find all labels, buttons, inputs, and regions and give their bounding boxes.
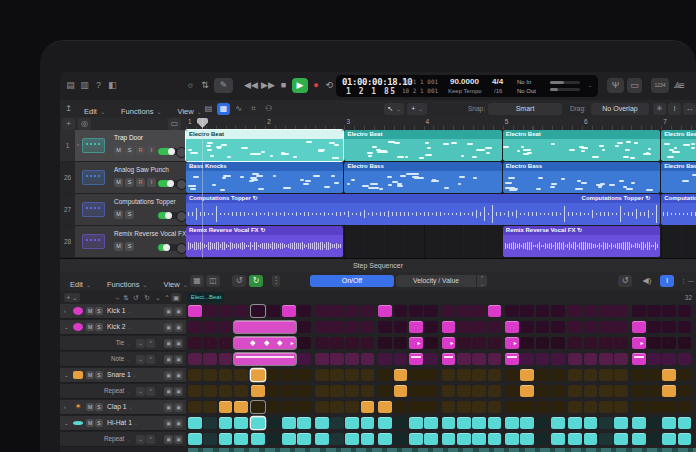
step-cell[interactable]: [614, 417, 628, 429]
inspector-icon[interactable]: ◧: [106, 79, 119, 92]
step-cell[interactable]: [442, 417, 456, 429]
step-cell[interactable]: ›: [361, 337, 375, 349]
step-cell[interactable]: [647, 385, 661, 397]
step-cell[interactable]: [330, 433, 344, 445]
step-cell[interactable]: [536, 385, 550, 397]
step-cell[interactable]: [488, 401, 502, 413]
step-cell[interactable]: [647, 369, 661, 381]
step-cell[interactable]: [203, 321, 217, 333]
step-cell[interactable]: [568, 321, 582, 333]
step-cell[interactable]: [647, 353, 661, 365]
step-cell[interactable]: [472, 321, 486, 333]
step-cell[interactable]: [394, 353, 408, 365]
subrow-name[interactable]: Tie⌵: [78, 339, 130, 347]
step-cell[interactable]: ›: [315, 337, 329, 349]
step-cell[interactable]: [472, 385, 486, 397]
step-cell[interactable]: ›: [647, 337, 661, 349]
track-s-button[interactable]: S: [125, 146, 134, 155]
step-cell[interactable]: [614, 385, 628, 397]
step-cell[interactable]: [599, 353, 613, 365]
step-cell[interactable]: [251, 433, 265, 445]
automation-icon[interactable]: ∿: [232, 103, 245, 115]
step-cell[interactable]: [424, 417, 438, 429]
step-row-header[interactable]: ⌄MSSnare 1⌵▣▣: [60, 368, 186, 383]
rotate-right-icon[interactable]: ↻: [142, 293, 152, 302]
step-cell[interactable]: [203, 417, 217, 429]
step-cell[interactable]: [488, 305, 502, 317]
step-cell[interactable]: [282, 369, 296, 381]
step-cell[interactable]: [297, 433, 311, 445]
lcd-chevron-icon[interactable]: ⌄: [588, 82, 592, 88]
step-cell[interactable]: [267, 305, 281, 317]
step-cell[interactable]: [599, 401, 613, 413]
step-cell[interactable]: [315, 417, 329, 429]
step-cell[interactable]: [614, 353, 628, 365]
step-cell[interactable]: ›: [297, 337, 311, 349]
row-option-a-icon[interactable]: ▣: [164, 419, 173, 428]
step-cell[interactable]: [234, 433, 248, 445]
step-cell[interactable]: [424, 353, 438, 365]
row-option-a-icon[interactable]: ▣: [164, 403, 173, 412]
step-cell[interactable]: [267, 417, 281, 429]
subrow-increment[interactable]: ⌃: [146, 339, 155, 348]
step-cell[interactable]: [330, 353, 344, 365]
step-cell[interactable]: [203, 305, 217, 317]
step-cell[interactable]: [520, 369, 534, 381]
region[interactable]: Electro Beat: [661, 130, 696, 161]
step-cell[interactable]: [551, 305, 565, 317]
step-cell[interactable]: [219, 321, 233, 333]
row-mute-button[interactable]: M: [86, 419, 94, 427]
step-cell[interactable]: [457, 433, 471, 445]
step-cell[interactable]: [536, 369, 550, 381]
step-cell[interactable]: ›: [378, 337, 392, 349]
step-cell[interactable]: [457, 321, 471, 333]
row-solo-button[interactable]: S: [95, 371, 103, 379]
step-cell[interactable]: [457, 385, 471, 397]
disclosure-icon[interactable]: ›: [64, 404, 66, 410]
step-cell[interactable]: [345, 305, 359, 317]
step-cell[interactable]: ›: [188, 337, 202, 349]
row-option-a-icon[interactable]: ▣: [164, 387, 173, 396]
pencil-tool-button[interactable]: +⌄: [407, 103, 427, 115]
row-mute-button[interactable]: M: [86, 403, 94, 411]
row-option-b-icon[interactable]: ▣: [174, 339, 183, 348]
step-cell[interactable]: [599, 369, 613, 381]
step-subrow-header[interactable]: Tie⌵⌄⌃▣▣: [60, 336, 186, 351]
step-cell[interactable]: [584, 417, 598, 429]
zoom-h-icon[interactable]: ↔: [683, 103, 696, 115]
step-cell[interactable]: [678, 369, 692, 381]
browsers-icon[interactable]: ▥: [78, 79, 91, 92]
more-icon[interactable]: ⋮: [272, 275, 280, 287]
step-cell[interactable]: [632, 433, 646, 445]
step-cell[interactable]: [394, 401, 408, 413]
step-cell[interactable]: [662, 433, 676, 445]
step-cell[interactable]: [551, 369, 565, 381]
step-subrow-header[interactable]: Note⌵⌄⌃▣▣: [60, 352, 186, 367]
subrow-name[interactable]: Repeat⌵: [78, 387, 130, 395]
step-cell[interactable]: [378, 417, 392, 429]
step-cell[interactable]: [647, 321, 661, 333]
view-toggle-a-icon[interactable]: ▣: [171, 293, 181, 302]
step-cell[interactable]: [647, 417, 661, 429]
step-cell[interactable]: [584, 321, 598, 333]
step-cell[interactable]: [457, 369, 471, 381]
step-cell[interactable]: [282, 385, 296, 397]
step-cell[interactable]: [424, 433, 438, 445]
volume-slider[interactable]: [158, 212, 178, 219]
step-cell[interactable]: [424, 385, 438, 397]
edit-mode-select[interactable]: Velocity / Value: [396, 275, 476, 287]
region[interactable]: Electro Bass: [344, 162, 501, 193]
step-cell[interactable]: [345, 401, 359, 413]
subrow-name[interactable]: Note⌵: [78, 355, 130, 363]
step-cell[interactable]: [614, 401, 628, 413]
step-cell[interactable]: [505, 305, 519, 317]
step-cell[interactable]: [505, 353, 519, 365]
step-cell[interactable]: [568, 353, 582, 365]
row-name[interactable]: Kick 1⌵: [107, 307, 131, 315]
step-cell[interactable]: [662, 353, 676, 365]
step-cell[interactable]: [551, 433, 565, 445]
tied-note-bar[interactable]: [234, 321, 296, 333]
step-cell[interactable]: [647, 305, 661, 317]
step-cell[interactable]: [315, 433, 329, 445]
step-cell[interactable]: [267, 369, 281, 381]
